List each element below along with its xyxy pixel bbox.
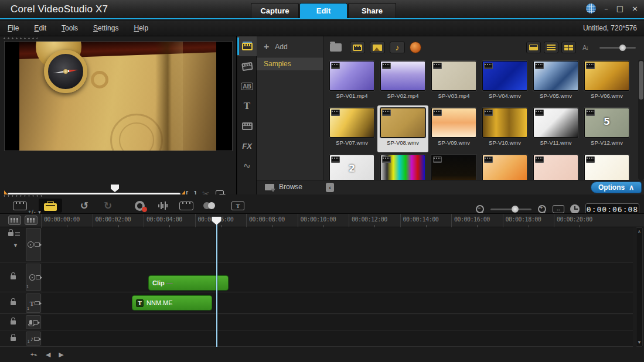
voice-lock-icon[interactable] [11, 320, 16, 325]
title-lock-icon[interactable] [11, 301, 16, 305]
zoom-out-icon[interactable]: − [475, 204, 485, 214]
project-duration-icon[interactable] [570, 204, 580, 214]
overlay-track-header[interactable]: 1 [26, 264, 41, 291]
title-track-header[interactable]: 1T [26, 293, 41, 313]
browse-button[interactable]: Browse [265, 183, 302, 191]
timeline-ruler[interactable]: 00:00:00:0000:00:02:0000:00:04:0000:00:0… [0, 213, 644, 227]
video-track-lane[interactable] [42, 227, 633, 262]
preview-video[interactable] [4, 41, 233, 151]
thumbnail-size-slider[interactable] [599, 47, 636, 49]
library-folder-item[interactable]: Samples [257, 57, 323, 70]
overlay-track-lane[interactable] [42, 263, 633, 292]
media-thumbnail[interactable]: 5 SP-V12.wmv [581, 105, 632, 152]
sort-icon[interactable]: A↓ [579, 45, 592, 51]
media-thumbnail[interactable]: SP-V10.wmv [479, 105, 530, 152]
scroll-left-button[interactable]: ◀ [46, 351, 50, 358]
timeline-vertical-scrollbar[interactable]: ∧ ▼ [636, 227, 643, 347]
track-layout-icon[interactable] [25, 216, 38, 225]
transition-button[interactable]: AB [237, 76, 257, 96]
tracking-path-button[interactable]: ∿ [237, 156, 257, 176]
voice-track-lane[interactable] [42, 315, 633, 330]
media-thumbnail[interactable]: SP-V08.wmv [377, 105, 428, 152]
zoom-in-icon[interactable]: + [537, 204, 547, 214]
timeline-splitter-grip[interactable] [2, 194, 43, 197]
large-thumbnail-view-button[interactable] [526, 42, 541, 53]
show-all-tracks-icon[interactable] [8, 216, 21, 225]
timeline-zoom-slider[interactable] [490, 209, 531, 210]
instant-project-button[interactable] [237, 56, 257, 76]
show-audio-button[interactable]: ♪ [390, 42, 405, 53]
minimize-button[interactable]: – [604, 5, 608, 12]
media-category-button[interactable] [237, 36, 257, 56]
timeline-view-button[interactable] [39, 199, 62, 213]
collapse-nav-button[interactable]: ‹ [326, 183, 334, 192]
media-thumbnail[interactable]: SP-V04.wmv [479, 59, 530, 105]
media-thumbnail[interactable] [530, 152, 581, 180]
title-clip[interactable]: T NNM.ME [132, 295, 212, 310]
media-thumbnail[interactable] [377, 152, 428, 180]
options-button[interactable]: Options ∧ [591, 182, 642, 193]
music-track-lane[interactable] [42, 331, 633, 346]
music-track-header[interactable]: 1♪ [26, 332, 41, 346]
menu-item[interactable]: File [0, 22, 26, 35]
close-button[interactable]: × [632, 5, 638, 12]
media-thumbnail[interactable]: SP-V02.mp4 [377, 59, 428, 105]
track-resize-buttons[interactable]: +/- ▾ [28, 209, 42, 215]
voice-track-header[interactable] [26, 315, 41, 329]
graphic-button[interactable] [237, 116, 257, 136]
music-lock-icon[interactable] [11, 337, 16, 341]
color-wheel-icon[interactable] [410, 42, 421, 53]
scroll-right-button[interactable]: ▶ [59, 351, 63, 358]
grid-view-button[interactable] [561, 42, 576, 53]
clip-mode-label[interactable]: Clip [152, 279, 173, 286]
import-folder-icon[interactable] [330, 43, 342, 52]
auto-music-button[interactable] [175, 199, 198, 213]
mode-tab[interactable]: Share [348, 3, 396, 18]
gallery-scrollbar-thumb[interactable] [639, 61, 643, 100]
media-thumbnail[interactable]: SP-V01.mp4 [326, 59, 377, 105]
media-thumbnail[interactable]: SP-V07.wmv [326, 105, 377, 152]
track-area: ▼ 1 1T 1♪ [0, 227, 633, 347]
show-videos-button[interactable] [350, 42, 365, 53]
show-photos-button[interactable] [370, 42, 385, 53]
media-thumbnail[interactable]: 2 [326, 152, 377, 180]
gallery-scrollbar[interactable] [638, 60, 644, 180]
panel-grip[interactable] [2, 37, 38, 40]
scrub-playhead[interactable] [111, 185, 119, 192]
media-thumbnail[interactable]: SP-V03.mp4 [428, 59, 479, 105]
fit-project-icon[interactable]: ↔ [553, 205, 564, 213]
media-thumbnail[interactable] [581, 152, 632, 180]
title-button[interactable]: T [237, 96, 257, 116]
video-track-header[interactable] [26, 228, 41, 261]
sound-mixer-button[interactable] [151, 199, 175, 213]
motion-tracking-button[interactable] [198, 199, 222, 213]
scroll-down-icon[interactable]: ▼ [636, 340, 642, 345]
overlay-lock-icon[interactable] [11, 275, 16, 279]
subtitle-editor-button[interactable]: T [226, 199, 250, 213]
media-thumbnail[interactable]: SP-V05.wmv [530, 59, 581, 105]
menu-item[interactable]: Help [126, 22, 156, 35]
undo-button[interactable]: ↺ [73, 199, 96, 213]
list-view-button[interactable] [544, 42, 558, 53]
corel-globe-icon[interactable] [586, 4, 596, 13]
track-manager-button[interactable]: +⌁ [30, 351, 38, 358]
mode-tab[interactable]: Edit [299, 3, 347, 18]
title-track-lane[interactable] [42, 293, 633, 313]
add-folder-button[interactable]: + Add [257, 36, 323, 57]
menu-item[interactable]: Tools [54, 22, 86, 35]
zoom-slider-thumb[interactable] [512, 206, 519, 213]
maximize-button[interactable]: □ [616, 5, 623, 12]
redo-button[interactable]: ↻ [96, 199, 120, 213]
media-thumbnail[interactable]: SP-V11.wmv [530, 105, 581, 152]
filter-button[interactable]: FX [237, 136, 257, 156]
media-thumbnail[interactable]: SP-V06.wmv [581, 59, 632, 105]
scroll-up-icon[interactable]: ∧ [636, 229, 642, 234]
menu-item[interactable]: Edit [26, 22, 54, 35]
video-track-icon [28, 241, 34, 248]
menu-item[interactable]: Settings [86, 22, 126, 35]
mode-tab[interactable]: Capture [251, 3, 299, 18]
media-thumbnail[interactable] [479, 152, 530, 180]
media-thumbnail[interactable] [428, 152, 479, 180]
media-thumbnail[interactable]: SP-V09.wmv [428, 105, 479, 152]
record-capture-button[interactable] [128, 199, 151, 213]
